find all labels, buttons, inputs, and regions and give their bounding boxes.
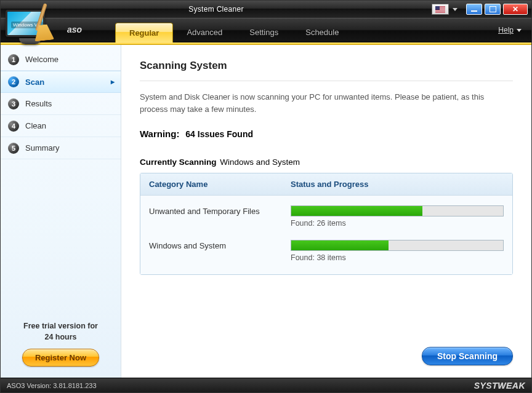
trial-text: Free trial version for 24 hours [8, 321, 113, 343]
sidebar-item-label: Welcome [25, 55, 58, 64]
close-button[interactable] [503, 4, 528, 15]
tab-advanced[interactable]: Advanced [173, 23, 236, 42]
progress-fill [291, 206, 422, 216]
sidebar-item-summary[interactable]: 5 Summary [1, 137, 121, 159]
row-status: Found: 38 items [291, 240, 504, 262]
step-badge: 1 [8, 54, 19, 65]
scan-panel-header: Category Name Status and Progress [140, 173, 512, 196]
sidebar-item-label: Results [25, 99, 52, 108]
progress-bar [291, 205, 504, 216]
progress-fill [291, 240, 389, 250]
titlebar: System Cleaner [1, 1, 531, 18]
sidebar-item-results[interactable]: 3 Results [1, 93, 121, 115]
sidebar: 1 Welcome 2 Scan 3 Results 4 Clean 5 S [1, 45, 121, 378]
headerbar: Windows Vis aso Regular Advanced Setting… [1, 18, 531, 42]
minimize-button[interactable] [466, 4, 482, 15]
step-badge: 5 [8, 143, 19, 154]
sidebar-item-label: Summary [25, 143, 60, 153]
tab-regular[interactable]: Regular [115, 23, 173, 42]
page-description: System and Disk Cleaner is now scanning … [140, 91, 513, 115]
row-status: Found: 26 items [291, 205, 504, 228]
maximize-button[interactable] [485, 4, 501, 15]
page-title: Scanning System [140, 60, 513, 72]
scan-row: Unwanted and Temporary Files Found: 26 i… [149, 199, 504, 234]
col-category: Category Name [149, 180, 291, 189]
currently-scanning: Currently Scanning Windows and System [140, 157, 513, 167]
step-badge: 3 [8, 98, 19, 109]
svg-rect-5 [435, 12, 445, 12]
warning-label: Warning: [140, 129, 179, 139]
found-text: Found: 38 items [291, 253, 504, 262]
stop-scanning-button[interactable]: Stop Scanning [422, 347, 513, 365]
currently-label: Currently Scanning [140, 157, 217, 167]
body: 1 Welcome 2 Scan 3 Results 4 Clean 5 S [1, 45, 531, 378]
tab-schedule[interactable]: Schedule [292, 23, 352, 42]
found-text: Found: 26 items [291, 219, 504, 228]
warning-value: 64 Issues Found [185, 129, 253, 139]
warning-row: Warning: 64 Issues Found [140, 129, 513, 139]
divider [140, 81, 513, 81]
tabs: Regular Advanced Settings Schedule [115, 22, 352, 42]
sidebar-item-clean[interactable]: 4 Clean [1, 115, 121, 137]
col-status: Status and Progress [291, 180, 504, 189]
step-badge: 2 [8, 76, 19, 87]
chevron-down-icon [453, 8, 457, 11]
brand-text: aso [67, 25, 82, 34]
row-category: Windows and System [149, 240, 291, 250]
row-category: Unwanted and Temporary Files [149, 205, 291, 216]
window-title: System Cleaner [1, 5, 432, 14]
help-menu[interactable]: Help [498, 26, 522, 34]
titlebar-right [432, 4, 528, 15]
currently-value: Windows and System [220, 157, 300, 167]
sidebar-item-label: Clean [25, 121, 46, 130]
scan-panel-body: Unwanted and Temporary Files Found: 26 i… [140, 196, 512, 274]
statusbar: ASO3 Version: 3.81.8181.233 SYSTWEAK [1, 378, 531, 392]
scan-row: Windows and System Found: 38 items [149, 234, 504, 268]
step-badge: 4 [8, 121, 19, 132]
sidebar-item-label: Scan [25, 77, 44, 87]
sidebar-item-scan[interactable]: 2 Scan [1, 71, 121, 93]
us-flag-icon [435, 6, 445, 13]
trial-box: Free trial version for 24 hours Register… [1, 315, 121, 378]
scan-panel: Category Name Status and Progress Unwant… [140, 173, 513, 275]
register-button[interactable]: Register Now [22, 349, 99, 367]
progress-bar [291, 240, 504, 251]
vista-badge: Windows Vis [11, 22, 43, 28]
language-flag-button[interactable] [432, 4, 449, 15]
sidebar-items: 1 Welcome 2 Scan 3 Results 4 Clean 5 S [1, 45, 121, 159]
svg-rect-4 [435, 10, 445, 11]
brand-logo: SYSTWEAK [474, 381, 525, 391]
tab-settings[interactable]: Settings [236, 23, 292, 42]
main: Scanning System System and Disk Cleaner … [121, 45, 531, 378]
svg-rect-6 [435, 6, 440, 10]
sidebar-item-welcome[interactable]: 1 Welcome [1, 49, 121, 71]
version-text: ASO3 Version: 3.81.8181.233 [7, 382, 97, 389]
help-label: Help [498, 26, 514, 34]
app-window: System Cleaner Windows Vis [0, 0, 532, 393]
